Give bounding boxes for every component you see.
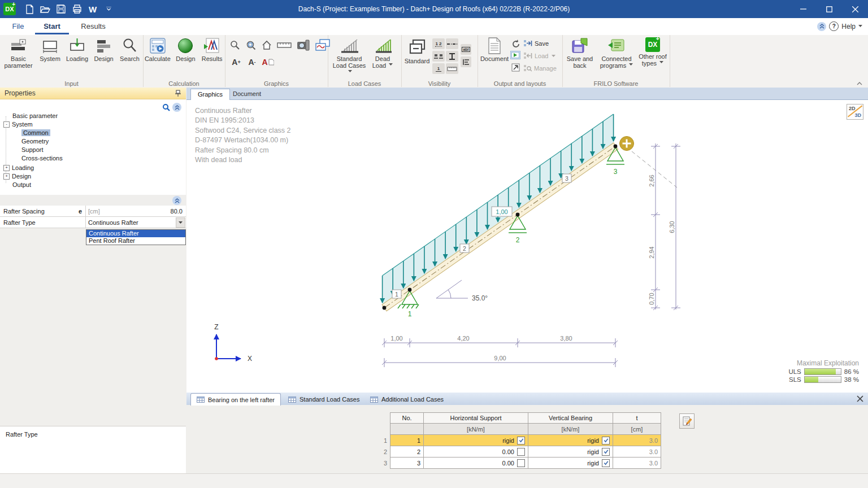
- vertical-bearing-checkbox[interactable]: [602, 459, 610, 467]
- ribbon-collapse-icon[interactable]: [857, 82, 862, 85]
- cell-no[interactable]: 3: [390, 457, 424, 469]
- tree-item-loading[interactable]: + Loading: [3, 164, 34, 172]
- save-icon[interactable]: [55, 3, 67, 15]
- toggle-labels[interactable]: abl: [461, 44, 471, 55]
- toggle-supports-icon[interactable]: [432, 51, 445, 62]
- design-button[interactable]: Design: [92, 37, 116, 62]
- tab-start[interactable]: Start: [35, 18, 69, 34]
- help-label[interactable]: Help: [841, 23, 856, 30]
- standard-load-cases-button[interactable]: Standard Load Cases: [332, 37, 367, 76]
- other-roof-types-button[interactable]: DX + Other roof types: [637, 37, 669, 67]
- manage-layouts-button[interactable]: Manage: [524, 65, 557, 72]
- dead-load-button[interactable]: Dead Load: [368, 37, 397, 69]
- font-color-icon[interactable]: A: [261, 56, 275, 68]
- print-icon[interactable]: [71, 3, 83, 15]
- load-layout-button[interactable]: Load: [524, 53, 555, 59]
- font-larger-icon[interactable]: A+: [229, 56, 243, 68]
- tree-item-basic-parameter[interactable]: Basic parameter: [12, 112, 58, 120]
- dropdown-option-continuous[interactable]: Continuous Rafter: [86, 230, 185, 237]
- toggle-system-lines-icon[interactable]: [446, 38, 458, 49]
- calculate-button[interactable]: Calculate: [143, 37, 172, 62]
- tab-document[interactable]: Document: [226, 89, 268, 99]
- basic-parameter-button[interactable]: Basic parameter: [1, 37, 36, 69]
- zoom-home-icon[interactable]: [260, 40, 274, 51]
- cell-vertical-bearing[interactable]: rigid: [528, 457, 613, 469]
- system-button[interactable]: System: [37, 37, 63, 62]
- connected-programs-button[interactable]: Connected programs: [597, 37, 636, 69]
- cell-horizontal-support[interactable]: rigid: [424, 435, 528, 446]
- toggle-node-numbers[interactable]: 1 2: [432, 38, 445, 49]
- ruler-icon[interactable]: [276, 40, 293, 51]
- tree-item-output[interactable]: Output: [12, 181, 31, 189]
- cell-horizontal-support[interactable]: 0.00: [424, 446, 528, 457]
- quick-access-dropdown-icon[interactable]: [103, 3, 114, 15]
- cell-horizontal-support[interactable]: 0.00: [424, 457, 528, 469]
- document-button[interactable]: Document: [480, 37, 509, 62]
- refresh-icon[interactable]: [511, 40, 520, 49]
- tree-item-cross-sections[interactable]: Cross-sections: [21, 154, 63, 162]
- tab-standard-load-cases[interactable]: Standard Load Cases: [283, 394, 365, 405]
- close-button[interactable]: [842, 0, 868, 18]
- add-support-button[interactable]: [620, 137, 634, 151]
- tree-item-design[interactable]: + Design: [3, 172, 31, 180]
- cell-t[interactable]: 3.0: [613, 435, 661, 446]
- zoom-icon[interactable]: [228, 40, 242, 51]
- tree-item-geometry[interactable]: Geometry: [21, 137, 49, 145]
- font-smaller-icon[interactable]: A-: [245, 56, 259, 68]
- rafter-spacing-input[interactable]: [cm] 80.0: [86, 206, 186, 216]
- dropdown-option-pent[interactable]: Pent Roof Rafter: [86, 237, 185, 245]
- save-and-back-button[interactable]: Save and back: [563, 37, 596, 69]
- tab-graphics[interactable]: Graphics: [190, 89, 230, 100]
- horizontal-support-checkbox[interactable]: [517, 437, 525, 445]
- tab-additional-load-cases[interactable]: Additional Load Cases: [364, 394, 449, 405]
- loading-button[interactable]: Loading: [64, 37, 90, 62]
- vertical-bearing-checkbox[interactable]: [602, 448, 610, 456]
- cell-no[interactable]: 2: [390, 446, 424, 457]
- edit-table-button[interactable]: [679, 413, 695, 429]
- cell-no[interactable]: 1: [390, 435, 424, 446]
- close-panel-icon[interactable]: [857, 395, 863, 402]
- rafter-beam[interactable]: [382, 143, 618, 311]
- app-logo-icon[interactable]: DX +: [3, 3, 16, 15]
- vertical-bearing-checkbox[interactable]: [602, 437, 610, 445]
- camera-icon[interactable]: [295, 40, 312, 51]
- tree-item-support[interactable]: Support: [21, 146, 44, 154]
- expand-icon[interactable]: [511, 63, 520, 72]
- search-button[interactable]: Search: [118, 37, 142, 62]
- toggle-span-numbers[interactable]: 1: [432, 63, 445, 74]
- save-layout-button[interactable]: Save: [524, 40, 549, 47]
- tree-expander-icon[interactable]: +: [3, 165, 10, 171]
- zoom-window-icon[interactable]: [244, 40, 258, 51]
- open-file-icon[interactable]: [40, 3, 51, 15]
- pin-icon[interactable]: [175, 90, 181, 97]
- tab-bearing-left-rafter[interactable]: Bearing on the left rafter: [190, 393, 281, 406]
- collapse-ribbon-icon[interactable]: [817, 22, 826, 31]
- toggle-cross-section-icon[interactable]: [446, 51, 458, 62]
- visibility-standard-button[interactable]: Standard: [403, 38, 431, 64]
- maximize-button[interactable]: [816, 0, 842, 18]
- help-icon[interactable]: ?: [829, 21, 839, 31]
- horizontal-support-checkbox[interactable]: [517, 459, 525, 467]
- tree-item-system[interactable]: - System: [3, 120, 33, 128]
- minimize-button[interactable]: [790, 0, 816, 18]
- grid-collapse-icon[interactable]: [172, 196, 181, 205]
- cell-vertical-bearing[interactable]: rigid: [528, 435, 613, 446]
- cell-vertical-bearing[interactable]: rigid: [528, 446, 613, 457]
- rafter-type-combobox[interactable]: Continuous Rafter: [86, 217, 186, 228]
- tab-file[interactable]: File: [7, 18, 29, 34]
- tree-expander-icon[interactable]: -: [3, 121, 10, 128]
- horizontal-support-checkbox[interactable]: [517, 448, 525, 456]
- cell-t[interactable]: 3.0: [613, 457, 661, 469]
- tree-search-icon[interactable]: [162, 103, 170, 111]
- tree-collapse-icon[interactable]: [172, 103, 181, 112]
- play-in-window-icon[interactable]: [510, 51, 520, 59]
- combo-dropdown-icon[interactable]: [176, 217, 185, 228]
- tree-expander-icon[interactable]: +: [3, 173, 10, 180]
- new-document-icon[interactable]: [24, 3, 35, 15]
- word-export-icon[interactable]: W: [87, 3, 98, 15]
- toggle-loads-icon[interactable]: [461, 56, 471, 67]
- tab-results[interactable]: Results: [75, 18, 112, 34]
- toggle-dimensions-icon[interactable]: [446, 63, 458, 74]
- design-calc-button[interactable]: Design: [173, 37, 198, 62]
- results-button[interactable]: Results: [199, 37, 225, 62]
